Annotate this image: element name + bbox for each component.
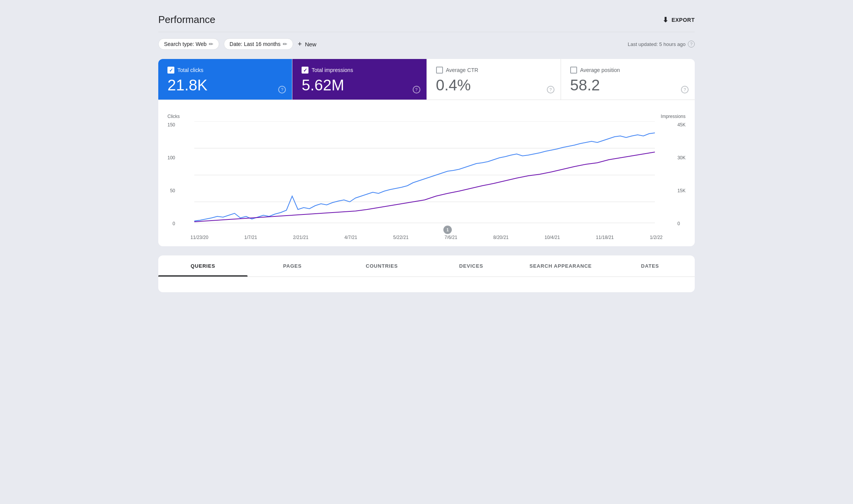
x-label-0: 11/23/20 <box>190 235 208 240</box>
average-position-checkbox[interactable] <box>570 67 577 74</box>
tab-queries-label: QUERIES <box>191 263 215 269</box>
edit-date-icon: ✏ <box>283 41 287 47</box>
x-label-3: 4/7/21 <box>344 235 357 240</box>
last-updated-text: Last updated: 5 hours ago <box>628 41 686 47</box>
y-right-15k: 15K <box>677 188 686 193</box>
tab-queries[interactable]: QUERIES <box>158 255 248 277</box>
x-label-8: 11/18/21 <box>596 235 614 240</box>
tab-dates-label: DATES <box>641 263 659 269</box>
page-container: Performance ⬇ EXPORT Search type: Web ✏ … <box>158 8 695 292</box>
date-label: Date: Last 16 months <box>230 41 281 47</box>
metrics-row: ✓ Total clicks 21.8K ? ✓ Total impressio… <box>158 59 695 100</box>
average-ctr-value: 0.4% <box>436 77 551 93</box>
filter-bar: Search type: Web ✏ Date: Last 16 months … <box>158 38 695 50</box>
tabs-row: QUERIES PAGES COUNTRIES DEVICES SEARCH A… <box>158 255 695 277</box>
checkmark-icon: ✓ <box>303 67 307 73</box>
date-filter[interactable]: Date: Last 16 months ✏ <box>224 38 293 50</box>
x-axis-labels: 11/23/20 1/7/21 2/21/21 4/7/21 5/22/21 7… <box>190 235 663 240</box>
y-axis-left-title: Clicks <box>167 114 180 119</box>
search-type-label: Search type: Web <box>164 41 207 47</box>
last-updated: Last updated: 5 hours ago ? <box>628 41 695 47</box>
total-clicks-label-row: ✓ Total clicks <box>167 67 283 74</box>
tab-countries-label: COUNTRIES <box>366 263 398 269</box>
average-ctr-label: Average CTR <box>446 67 479 73</box>
tab-pages[interactable]: PAGES <box>248 255 337 277</box>
total-clicks-checkbox[interactable]: ✓ <box>167 67 174 74</box>
average-ctr-label-row: Average CTR <box>436 67 551 74</box>
chart-wrapper: 1 <box>194 121 655 229</box>
export-button[interactable]: ⬇ EXPORT <box>663 16 695 24</box>
total-clicks-value: 21.8K <box>167 77 283 93</box>
y-left-50: 50 <box>170 188 175 193</box>
tab-dates[interactable]: DATES <box>605 255 695 277</box>
average-ctr-help-icon[interactable]: ? <box>547 86 554 93</box>
total-clicks-label: Total clicks <box>177 67 203 73</box>
new-filter-button[interactable]: + New <box>298 40 317 48</box>
top-bar: Performance ⬇ EXPORT <box>158 8 695 32</box>
x-label-7: 10/4/21 <box>545 235 560 240</box>
bottom-tabs-card: QUERIES PAGES COUNTRIES DEVICES SEARCH A… <box>158 255 695 292</box>
tab-pages-label: PAGES <box>283 263 302 269</box>
plus-icon: + <box>298 40 302 48</box>
x-label-9: 1/2/22 <box>650 235 663 240</box>
x-label-2: 2/21/21 <box>293 235 308 240</box>
top-divider <box>158 32 695 32</box>
last-updated-help-icon[interactable]: ? <box>688 41 695 47</box>
y-axis-right-labels: 45K 30K 15K 0 <box>677 122 686 226</box>
annotation-badge: 1 <box>443 226 452 234</box>
edit-search-type-icon: ✏ <box>209 41 213 47</box>
tab-countries[interactable]: COUNTRIES <box>337 255 426 277</box>
total-impressions-label-row: ✓ Total impressions <box>302 67 417 74</box>
x-label-6: 8/20/21 <box>493 235 509 240</box>
total-clicks-help-icon[interactable]: ? <box>278 86 286 93</box>
total-impressions-label: Total impressions <box>312 67 353 73</box>
chart-svg <box>194 121 655 229</box>
average-position-label-row: Average position <box>570 67 686 74</box>
metric-average-position[interactable]: Average position 58.2 ? <box>561 59 695 100</box>
metric-total-impressions[interactable]: ✓ Total impressions 5.62M ? <box>292 59 426 100</box>
metric-total-clicks[interactable]: ✓ Total clicks 21.8K ? <box>158 59 292 100</box>
y-right-45k: 45K <box>677 122 686 128</box>
x-label-5: 7/6/21 <box>445 235 457 240</box>
page-title: Performance <box>158 14 215 26</box>
annotation-number: 1 <box>443 226 452 234</box>
download-icon: ⬇ <box>663 16 669 24</box>
y-axis-left-labels: 150 100 50 0 <box>167 122 175 226</box>
metric-average-ctr[interactable]: Average CTR 0.4% ? <box>427 59 561 100</box>
total-impressions-checkbox[interactable]: ✓ <box>302 67 308 74</box>
x-label-1: 1/7/21 <box>244 235 257 240</box>
y-right-0: 0 <box>677 221 680 226</box>
tab-search-appearance-label: SEARCH APPEARANCE <box>530 263 592 269</box>
total-impressions-help-icon[interactable]: ? <box>413 86 420 93</box>
y-right-30k: 30K <box>677 155 686 160</box>
y-left-0: 0 <box>172 221 175 226</box>
y-axis-right-title: Impressions <box>661 114 686 119</box>
average-position-label: Average position <box>580 67 620 73</box>
average-position-help-icon[interactable]: ? <box>681 86 689 93</box>
average-ctr-checkbox[interactable] <box>436 67 443 74</box>
search-type-filter[interactable]: Search type: Web ✏ <box>158 38 219 50</box>
checkmark-icon: ✓ <box>169 67 173 73</box>
average-position-value: 58.2 <box>570 77 686 93</box>
tab-content-placeholder <box>158 277 695 292</box>
export-label: EXPORT <box>671 17 695 23</box>
tab-devices-label: DEVICES <box>459 263 483 269</box>
tab-devices[interactable]: DEVICES <box>426 255 516 277</box>
tab-search-appearance[interactable]: SEARCH APPEARANCE <box>516 255 605 277</box>
y-left-150: 150 <box>167 122 175 128</box>
y-left-100: 100 <box>167 155 175 160</box>
total-impressions-value: 5.62M <box>302 77 417 93</box>
new-filter-label: New <box>305 41 317 47</box>
chart-area: Clicks Impressions <box>158 100 695 246</box>
main-card: ✓ Total clicks 21.8K ? ✓ Total impressio… <box>158 59 695 246</box>
x-label-4: 5/22/21 <box>393 235 408 240</box>
